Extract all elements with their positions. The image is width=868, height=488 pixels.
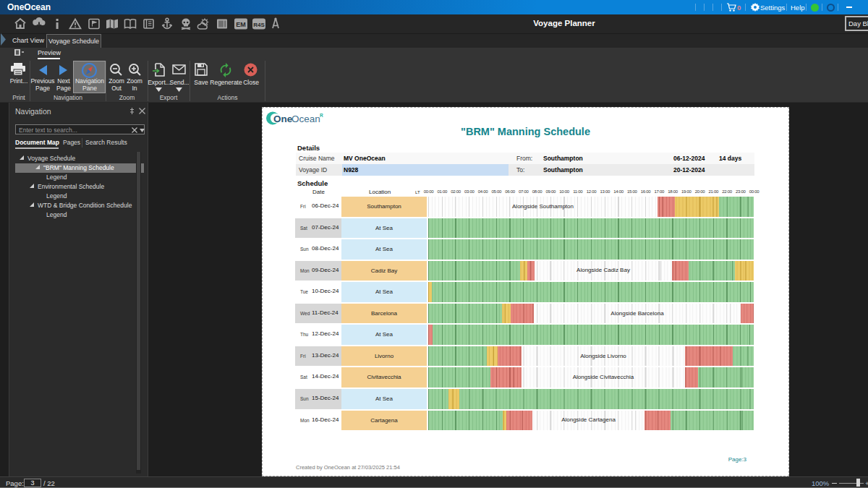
svg-text:R: R (320, 113, 323, 118)
svg-text:EM: EM (236, 21, 246, 28)
svg-text:R4S: R4S (253, 22, 265, 28)
svg-text:Ocean: Ocean (292, 114, 320, 124)
svg-text:One: One (273, 114, 293, 124)
